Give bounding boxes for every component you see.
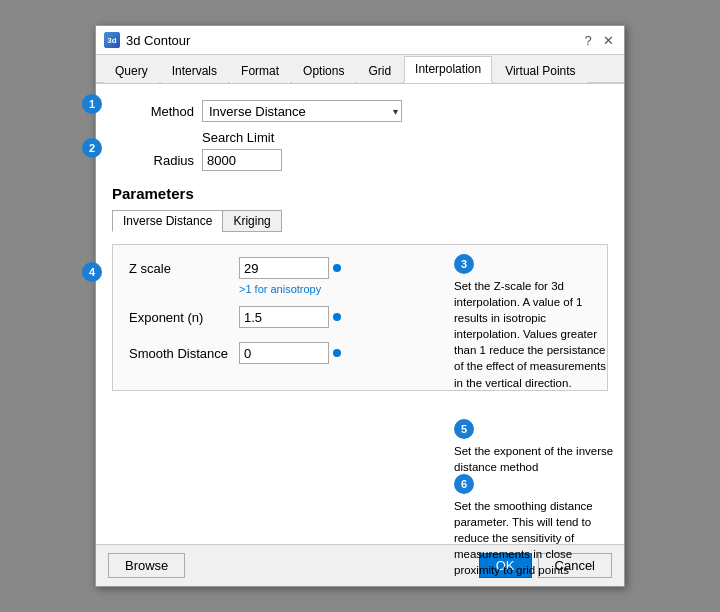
badge-4-container: 4: [82, 262, 102, 282]
smooth-distance-label: Smooth Distance: [129, 346, 239, 361]
parameters-title: Parameters: [112, 185, 608, 202]
method-label: Method: [112, 104, 202, 119]
exponent-slider-dot[interactable]: [333, 313, 341, 321]
title-bar-left: 3d 3d Contour: [104, 32, 190, 48]
smooth-distance-input[interactable]: [239, 342, 329, 364]
badge-1-container: 1: [82, 94, 102, 114]
exponent-input[interactable]: [239, 306, 329, 328]
z-scale-label: Z scale: [129, 261, 239, 276]
tab-intervals[interactable]: Intervals: [161, 58, 228, 83]
info-z-scale-text: Set the Z-scale for 3d interpolation. A …: [454, 280, 606, 389]
z-scale-hint: >1 for anisotropy: [239, 283, 321, 295]
badge-6: 6: [454, 474, 474, 494]
title-bar: 3d 3d Contour ? ✕: [96, 26, 624, 55]
tab-options[interactable]: Options: [292, 58, 355, 83]
badge-2-container: 2: [82, 138, 102, 158]
tab-interpolation[interactable]: Interpolation: [404, 56, 492, 83]
sub-tab-inverse-distance[interactable]: Inverse Distance: [112, 210, 222, 232]
close-button[interactable]: ✕: [600, 32, 616, 48]
browse-button[interactable]: Browse: [108, 553, 185, 578]
info-exponent-text: Set the exponent of the inverse distance…: [454, 445, 613, 473]
radius-input[interactable]: [202, 149, 282, 171]
badge-5: 5: [454, 419, 474, 439]
info-smooth-text: Set the smoothing distance parameter. Th…: [454, 500, 593, 576]
app-icon-text: 3d: [107, 36, 116, 45]
exponent-input-wrapper: [239, 306, 341, 328]
title-controls: ? ✕: [580, 32, 616, 48]
tab-grid[interactable]: Grid: [357, 58, 402, 83]
method-row: Method Inverse Distance Kriging ▾: [112, 100, 608, 122]
content-area: 1 Method Inverse Distance Kriging ▾ 2 Se…: [96, 84, 624, 544]
window-title: 3d Contour: [126, 33, 190, 48]
tab-virtual-points[interactable]: Virtual Points: [494, 58, 586, 83]
tab-bar: Query Intervals Format Options Grid Inte…: [96, 55, 624, 84]
badge-3: 3: [454, 254, 474, 274]
z-scale-slider-dot[interactable]: [333, 264, 341, 272]
help-button[interactable]: ?: [580, 32, 596, 48]
exponent-label: Exponent (n): [129, 310, 239, 325]
search-limit-label: Search Limit: [202, 130, 608, 145]
method-select[interactable]: Inverse Distance Kriging: [202, 100, 402, 122]
info-smooth-container: 6 Set the smoothing distance parameter. …: [454, 474, 614, 578]
radius-label: Radius: [112, 153, 202, 168]
info-z-scale-container: 3 Set the Z-scale for 3d interpolation. …: [454, 254, 614, 391]
badge-4: 4: [82, 262, 102, 282]
tab-format[interactable]: Format: [230, 58, 290, 83]
z-scale-input-wrapper: [239, 257, 341, 279]
info-exponent-container: 5 Set the exponent of the inverse distan…: [454, 419, 614, 475]
badge-1: 1: [82, 94, 102, 114]
method-dropdown-wrapper: Inverse Distance Kriging ▾: [202, 100, 402, 122]
tab-query[interactable]: Query: [104, 58, 159, 83]
smooth-distance-slider-dot[interactable]: [333, 349, 341, 357]
main-window: 3d 3d Contour ? ✕ Query Intervals Format…: [95, 25, 625, 587]
sub-tab-kriging[interactable]: Kriging: [222, 210, 281, 232]
badge-2: 2: [82, 138, 102, 158]
radius-row: Radius: [112, 149, 608, 171]
smooth-distance-input-wrapper: [239, 342, 341, 364]
sub-tabs: Inverse Distance Kriging: [112, 210, 608, 232]
app-icon: 3d: [104, 32, 120, 48]
z-scale-input[interactable]: [239, 257, 329, 279]
